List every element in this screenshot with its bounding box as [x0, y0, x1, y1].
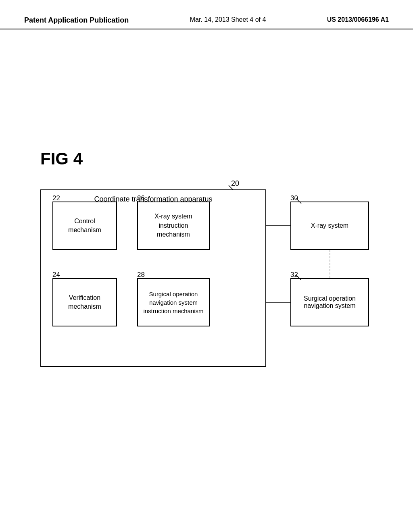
- box-32-surgical-navigation: Surgical operation navigation system: [290, 278, 369, 326]
- ref-28-label: 28: [137, 271, 145, 279]
- page-header: Patent Application Publication Mar. 14, …: [0, 0, 413, 29]
- box-26-xray-instruction: X-ray system instruction mechanism: [137, 202, 210, 250]
- ref-26-label: 26: [137, 194, 145, 202]
- ref-30-label: 30: [290, 194, 298, 202]
- figure-label: FIG 4: [40, 149, 83, 168]
- ref-22-label: 22: [52, 194, 60, 202]
- box-24-verification-mechanism: Verification mechanism: [52, 278, 117, 326]
- ref-24-label: 24: [52, 271, 60, 279]
- ref-32-label: 32: [290, 271, 298, 279]
- ref-20-label: 20: [231, 179, 239, 188]
- sheet-info: Mar. 14, 2013 Sheet 4 of 4: [190, 16, 266, 23]
- box-22-control-mechanism: Control mechanism: [52, 202, 117, 250]
- publication-label: Patent Application Publication: [24, 16, 129, 25]
- box-30-xray-system: X-ray system: [290, 202, 369, 250]
- patent-number: US 2013/0066196 A1: [327, 16, 389, 23]
- box-28-surgical-instruction: Surgical operation navigation system ins…: [137, 278, 210, 326]
- diagram-container: 20 Coordinate transformation apparatus 2…: [40, 173, 371, 375]
